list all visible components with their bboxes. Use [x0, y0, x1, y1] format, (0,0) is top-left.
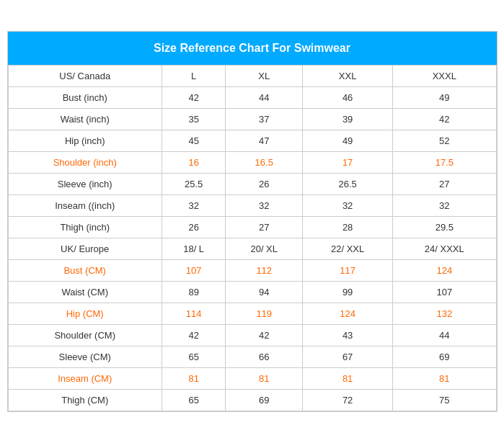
cell-6-label: Inseam ((inch) — [8, 195, 162, 217]
cell-9-label: Bust (CM) — [8, 260, 162, 282]
cell-15-label: Thigh (CM) — [8, 390, 162, 411]
cell-15-xxl: 72 — [303, 390, 393, 411]
cell-6-xxl: 32 — [303, 195, 393, 217]
cell-13-xl: 66 — [226, 346, 303, 368]
cell-9-xxl: 117 — [303, 260, 393, 282]
cell-10-xxxl: 107 — [393, 282, 496, 303]
cell-7-xl: 27 — [226, 217, 303, 238]
cell-6-xl: 32 — [226, 195, 303, 217]
cell-0-xxxl: XXXL — [393, 66, 496, 87]
cell-6-xxxl: 32 — [393, 195, 496, 217]
cell-7-xxl: 28 — [303, 217, 393, 238]
cell-7-xxxl: 29.5 — [393, 217, 496, 238]
cell-8-xl: 20/ XL — [226, 238, 303, 260]
cell-3-xl: 47 — [226, 130, 303, 152]
cell-3-xxl: 49 — [303, 130, 393, 152]
cell-4-xl: 16.5 — [226, 152, 303, 174]
cell-12-xxxl: 44 — [393, 325, 496, 346]
cell-5-xxl: 26.5 — [303, 174, 393, 195]
cell-8-label: UK/ Europe — [8, 238, 162, 260]
cell-10-label: Waist (CM) — [8, 282, 162, 303]
cell-4-label: Shoulder (inch) — [8, 152, 162, 174]
cell-12-label: Shoulder (CM) — [8, 325, 162, 346]
cell-15-xxxl: 75 — [393, 390, 496, 411]
cell-10-l: 89 — [162, 282, 225, 303]
cell-8-l: 18/ L — [162, 238, 225, 260]
cell-12-l: 42 — [162, 325, 225, 346]
cell-15-xl: 69 — [226, 390, 303, 411]
cell-1-l: 42 — [162, 87, 225, 109]
cell-5-l: 25.5 — [162, 174, 225, 195]
cell-11-xl: 119 — [226, 303, 303, 325]
cell-2-xxl: 39 — [303, 109, 393, 130]
cell-2-l: 35 — [162, 109, 225, 130]
cell-15-l: 65 — [162, 390, 225, 411]
cell-4-xxxl: 17.5 — [393, 152, 496, 174]
cell-13-l: 65 — [162, 346, 225, 368]
cell-3-xxxl: 52 — [393, 130, 496, 152]
cell-13-label: Sleeve (CM) — [8, 346, 162, 368]
cell-6-l: 32 — [162, 195, 225, 217]
cell-2-xl: 37 — [226, 109, 303, 130]
cell-7-l: 26 — [162, 217, 225, 238]
cell-9-xxxl: 124 — [393, 260, 496, 282]
cell-1-xxl: 46 — [303, 87, 393, 109]
cell-5-xxxl: 27 — [393, 174, 496, 195]
cell-8-xxxl: 24/ XXXL — [393, 238, 496, 260]
cell-4-l: 16 — [162, 152, 225, 174]
cell-13-xxxl: 69 — [393, 346, 496, 368]
cell-1-xxxl: 49 — [393, 87, 496, 109]
cell-0-xl: XL — [226, 66, 303, 87]
cell-13-xxl: 67 — [303, 346, 393, 368]
cell-0-xxl: XXL — [303, 66, 393, 87]
cell-8-xxl: 22/ XXL — [303, 238, 393, 260]
cell-2-label: Waist (inch) — [8, 109, 162, 130]
cell-0-l: L — [162, 66, 225, 87]
size-chart: Size Reference Chart For Swimwear US/ Ca… — [7, 31, 498, 412]
cell-14-l: 81 — [162, 368, 225, 390]
cell-12-xl: 42 — [226, 325, 303, 346]
cell-7-label: Thigh (inch) — [8, 217, 162, 238]
cell-11-label: Hip (CM) — [8, 303, 162, 325]
cell-10-xxl: 99 — [303, 282, 393, 303]
cell-9-xl: 112 — [226, 260, 303, 282]
chart-title: Size Reference Chart For Swimwear — [8, 32, 497, 65]
cell-5-label: Sleeve (inch) — [8, 174, 162, 195]
cell-11-xxl: 124 — [303, 303, 393, 325]
cell-12-xxl: 43 — [303, 325, 393, 346]
cell-2-xxxl: 42 — [393, 109, 496, 130]
cell-1-xl: 44 — [226, 87, 303, 109]
size-table: US/ CanadaLXLXXLXXXLBust (inch)42444649W… — [8, 65, 497, 411]
cell-3-label: Hip (inch) — [8, 130, 162, 152]
cell-11-l: 114 — [162, 303, 225, 325]
cell-14-xxxl: 81 — [393, 368, 496, 390]
cell-4-xxl: 17 — [303, 152, 393, 174]
cell-5-xl: 26 — [226, 174, 303, 195]
cell-10-xl: 94 — [226, 282, 303, 303]
cell-14-xxl: 81 — [303, 368, 393, 390]
cell-1-label: Bust (inch) — [8, 87, 162, 109]
cell-9-l: 107 — [162, 260, 225, 282]
cell-14-label: Inseam (CM) — [8, 368, 162, 390]
cell-14-xl: 81 — [226, 368, 303, 390]
cell-11-xxxl: 132 — [393, 303, 496, 325]
cell-0-label: US/ Canada — [8, 66, 162, 87]
cell-3-l: 45 — [162, 130, 225, 152]
